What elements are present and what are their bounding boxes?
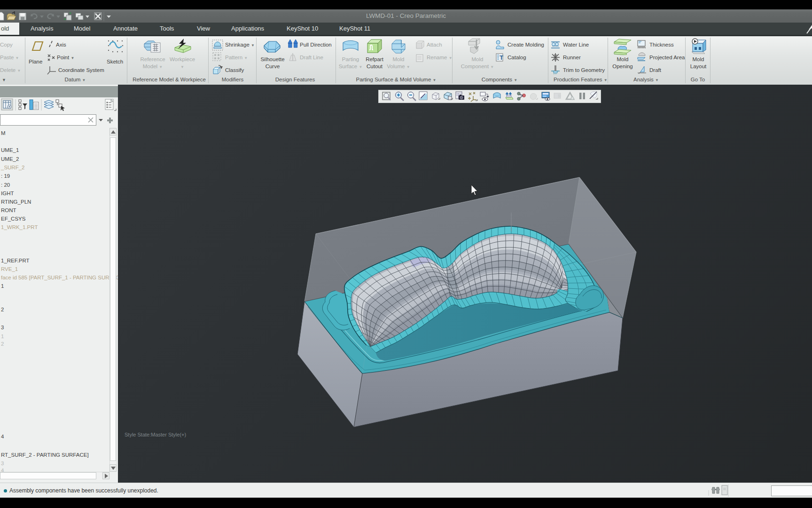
svg-text:T: T (500, 54, 503, 61)
